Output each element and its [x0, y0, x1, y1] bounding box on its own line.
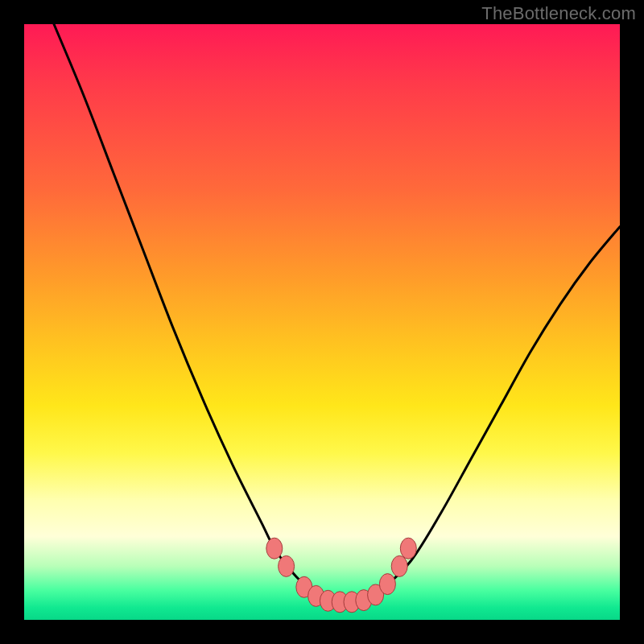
- marker-dot: [400, 538, 416, 559]
- chart-frame: TheBottleneck.com: [0, 0, 644, 644]
- highlight-markers: [266, 538, 417, 613]
- marker-dot: [379, 574, 395, 595]
- bottleneck-curve: [54, 24, 620, 602]
- watermark-text: TheBottleneck.com: [481, 3, 636, 24]
- curve-layer: [24, 24, 620, 620]
- marker-dot: [266, 538, 283, 559]
- marker-dot: [391, 555, 407, 576]
- plot-area: [24, 24, 620, 620]
- marker-dot: [279, 555, 295, 576]
